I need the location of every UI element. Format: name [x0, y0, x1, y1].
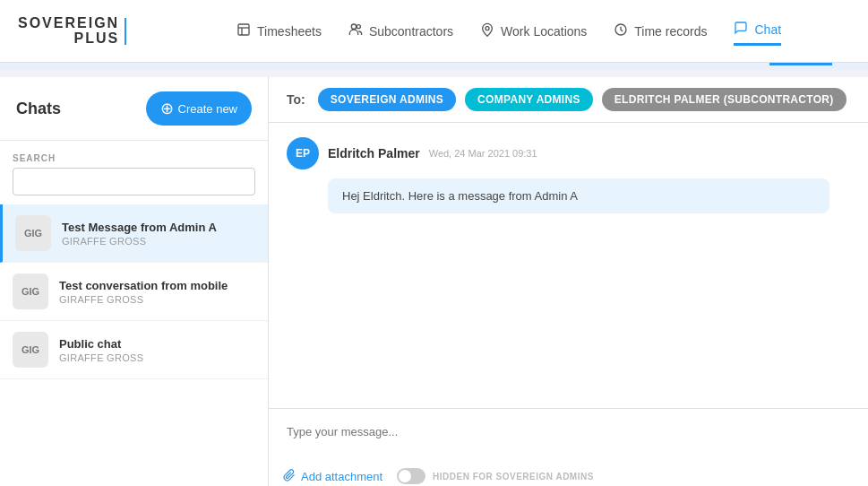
- search-input[interactable]: [13, 168, 255, 195]
- message-input[interactable]: [283, 418, 854, 459]
- svg-point-4: [357, 24, 360, 28]
- chat-info-2: Test conversation from mobile GIRAFFE GR…: [59, 279, 255, 305]
- sender-name: Eldritch Palmer: [328, 146, 420, 161]
- avatar-3: GIG: [13, 332, 48, 368]
- input-actions: Add attachment HIDDEN FOR SOVEREIGN ADMI…: [283, 468, 854, 484]
- create-new-label: Create new: [178, 102, 237, 116]
- nav-active-underline: [769, 63, 832, 65]
- svg-point-5: [486, 26, 489, 30]
- message-bubble: Hej Eldritch. Here is a message from Adm…: [328, 178, 829, 213]
- chats-title: Chats: [16, 100, 61, 118]
- chat-item-3[interactable]: GIG Public chat GIRAFFE GROSS: [0, 321, 268, 379]
- recipient-sovereign: SOVEREIGN ADMINS: [318, 88, 456, 111]
- search-section: SEARCH: [0, 141, 268, 204]
- chat-to-bar: To: SOVEREIGN ADMINS COMPANY ADMINS ELDR…: [269, 77, 868, 123]
- chat-messages: EP Eldritch Palmer Wed, 24 Mar 2021 09:3…: [269, 123, 868, 408]
- attachment-button[interactable]: Add attachment: [283, 469, 382, 484]
- chat-list: GIG Test Message from Admin A GIRAFFE GR…: [0, 204, 268, 486]
- chat-info-1: Test Message from Admin A GIRAFFE GROSS: [62, 221, 255, 247]
- timesheets-icon: [236, 22, 251, 40]
- main-layout: Chats ⊕ Create new SEARCH GIG Test Messa…: [0, 77, 868, 486]
- chat-name-2: Test conversation from mobile: [59, 279, 255, 292]
- nav-item-timesheets[interactable]: Timesheets: [236, 18, 322, 45]
- sidebar-header: Chats ⊕ Create new: [0, 77, 268, 141]
- nav-label-timesheets: Timesheets: [257, 24, 322, 39]
- sidebar: Chats ⊕ Create new SEARCH GIG Test Messa…: [0, 77, 269, 486]
- logo: SOVEREIGN PLUS: [18, 15, 132, 48]
- nav-item-chat[interactable]: Chat: [734, 16, 781, 46]
- chat-sub-3: GIRAFFE GROSS: [59, 352, 255, 363]
- recipient-eldritch: ELDRITCH PALMER (SUBCONTRACTOR): [602, 88, 847, 111]
- attachment-label: Add attachment: [301, 470, 382, 483]
- create-new-button[interactable]: ⊕ Create new: [146, 91, 252, 126]
- logo-line1: SOVEREIGN: [18, 15, 119, 31]
- to-label: To:: [287, 92, 305, 107]
- chat-icon: [734, 21, 748, 39]
- chat-item-1[interactable]: GIG Test Message from Admin A GIRAFFE GR…: [0, 204, 268, 263]
- plus-icon: ⊕: [160, 99, 174, 118]
- svg-rect-0: [238, 24, 249, 35]
- avatar-1: GIG: [15, 215, 51, 251]
- chat-sub-2: GIRAFFE GROSS: [59, 294, 255, 305]
- subcontractors-icon: [348, 22, 363, 40]
- nav-items: Timesheets Subcontractors Work Locations…: [168, 16, 850, 46]
- nav-item-subcontractors[interactable]: Subcontractors: [348, 18, 453, 45]
- chat-name-3: Public chat: [59, 337, 255, 351]
- attachment-icon: [283, 469, 296, 484]
- chat-input-area: Add attachment HIDDEN FOR SOVEREIGN ADMI…: [269, 408, 868, 486]
- chat-info-3: Public chat GIRAFFE GROSS: [59, 337, 255, 363]
- logo-line2: PLUS: [73, 30, 119, 47]
- nav-label-chat: Chat: [754, 22, 781, 37]
- nav-item-work-locations[interactable]: Work Locations: [480, 18, 587, 45]
- logo-divider: [125, 18, 126, 45]
- work-locations-icon: [480, 22, 494, 40]
- nav-label-time-records: Time records: [634, 24, 707, 39]
- nav-label-work-locations: Work Locations: [501, 24, 587, 39]
- chat-sub-1: GIRAFFE GROSS: [62, 236, 255, 247]
- chat-item-2[interactable]: GIG Test conversation from mobile GIRAFF…: [0, 263, 268, 321]
- message-time: Wed, 24 Mar 2021 09:31: [429, 148, 537, 159]
- nav-item-time-records[interactable]: Time records: [614, 18, 707, 45]
- chat-name-1: Test Message from Admin A: [62, 221, 255, 234]
- toggle-label: HIDDEN FOR SOVEREIGN ADMINS: [433, 472, 594, 482]
- search-label: SEARCH: [13, 153, 255, 163]
- chat-main: To: SOVEREIGN ADMINS COMPANY ADMINS ELDR…: [269, 77, 868, 486]
- nav-label-subcontractors: Subcontractors: [369, 24, 453, 39]
- recipient-company: COMPANY ADMINS: [465, 88, 593, 111]
- hidden-toggle[interactable]: [397, 468, 425, 484]
- time-records-icon: [614, 22, 628, 40]
- navbar: SOVEREIGN PLUS Timesheets Subcontractors…: [0, 0, 868, 63]
- avatar-2: GIG: [13, 273, 48, 309]
- toggle-row: HIDDEN FOR SOVEREIGN ADMINS: [397, 468, 594, 484]
- message-header: EP Eldritch Palmer Wed, 24 Mar 2021 09:3…: [287, 137, 850, 169]
- subnav-bar: [0, 63, 868, 70]
- svg-point-3: [351, 24, 356, 29]
- sender-avatar: EP: [287, 137, 319, 169]
